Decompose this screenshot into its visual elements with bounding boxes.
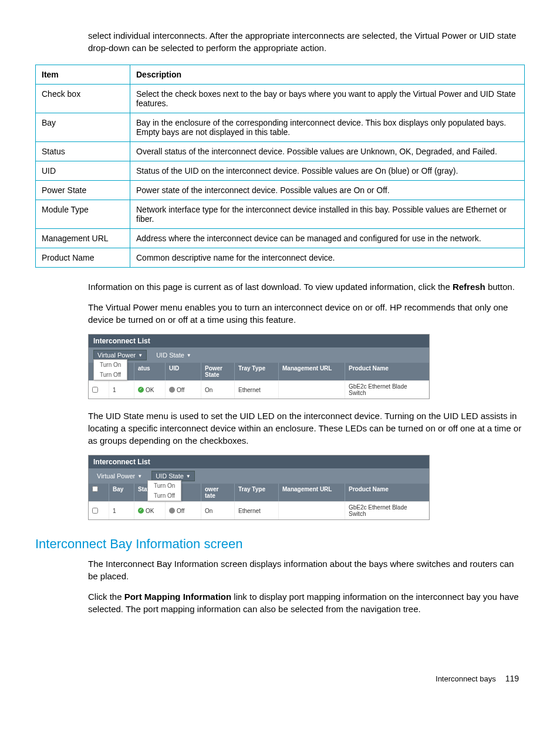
text: Click the <box>88 592 124 602</box>
footer: Interconnect bays 119 <box>35 674 525 683</box>
page-number: 119 <box>505 674 519 683</box>
th-description: Description <box>130 65 525 85</box>
row-tray: Ethernet <box>235 381 279 399</box>
row-prod: GbE2c Ethernet Blade Switch <box>345 502 429 519</box>
cell-item: Product Name <box>36 248 130 268</box>
th-item: Item <box>36 65 130 85</box>
cell-description: Network interface type for the interconn… <box>130 200 525 229</box>
virtual-power-dropdown: Turn On Turn Off <box>93 359 127 380</box>
label: UID State <box>156 352 184 359</box>
grid-header: atus UID Power State Tray Type Managemen… <box>89 363 429 380</box>
col-status: atus <box>134 363 166 380</box>
row-checkbox[interactable] <box>89 502 109 519</box>
text: button. <box>485 282 515 292</box>
uid-state-paragraph: The UID State menu is used to set the UI… <box>35 410 525 447</box>
cell-description: Bay in the enclosure of the correspondin… <box>130 113 525 142</box>
chevron-down-icon: ▼ <box>137 474 142 479</box>
row-status: OK <box>134 381 166 399</box>
refresh-bold: Refresh <box>453 282 485 292</box>
cell-item: Module Type <box>36 200 130 229</box>
virtual-power-paragraph: The Virtual Power menu enables you to tu… <box>35 301 525 326</box>
col-tray: Tray Type <box>235 484 279 501</box>
text: Information on this page is current as o… <box>88 282 453 292</box>
ok-icon <box>138 508 144 514</box>
row-tray: Ethernet <box>235 502 279 519</box>
col-check[interactable] <box>89 484 109 501</box>
row-checkbox[interactable] <box>89 381 109 399</box>
row-status: OK <box>134 502 166 519</box>
col-bay: Bay <box>109 484 134 501</box>
virtual-power-menu[interactable]: Virtual Power ▼ <box>93 471 146 481</box>
uid-off-icon <box>169 387 175 393</box>
menu-bar: Virtual Power ▼ UID State ▼ <box>89 347 429 363</box>
turn-on-item[interactable]: Turn On <box>94 360 127 370</box>
footer-label: Interconnect bays <box>436 674 496 683</box>
row-mgmt <box>279 502 345 519</box>
chevron-down-icon: ▼ <box>138 353 143 358</box>
row-power: On <box>201 502 235 519</box>
panel-title: Interconnect List <box>89 335 429 347</box>
pmi-paragraph: Click the Port Mapping Information link … <box>35 590 525 615</box>
section-heading: Interconnect Bay Information screen <box>35 536 525 552</box>
grid-header: Bay Status owertate Tray Type Management… <box>89 484 429 501</box>
table-row: 1 OK Off On Ethernet GbE2c Ethernet Blad… <box>89 501 429 519</box>
menu-bar: Virtual Power ▼ UID State ▼ <box>89 468 429 484</box>
panel-title: Interconnect List <box>89 455 429 468</box>
pmi-bold: Port Mapping Information <box>124 592 231 602</box>
cell-item: Check box <box>36 85 130 113</box>
table-row: Power StatePower state of the interconne… <box>36 181 525 200</box>
cell-description: Address where the interconnect device ca… <box>130 229 525 248</box>
cell-description: Common descriptive name for the intercon… <box>130 248 525 268</box>
col-power: Power State <box>201 363 235 380</box>
col-prod: Product Name <box>345 484 429 501</box>
col-power-frag: owertate <box>201 484 235 501</box>
turn-on-item[interactable]: Turn On <box>148 481 181 491</box>
label: Virtual Power <box>97 472 135 480</box>
row-prod: GbE2c Ethernet Blade Switch <box>345 381 429 399</box>
col-prod: Product Name <box>345 363 429 380</box>
col-mgmt: Management URL <box>279 363 345 380</box>
uid-off-icon <box>169 508 175 514</box>
row-uid: Off <box>166 502 201 519</box>
row-power: On <box>201 381 235 399</box>
col-tray: Tray Type <box>235 363 279 380</box>
interconnect-panel-uid: Interconnect List Virtual Power ▼ UID St… <box>88 455 430 520</box>
cell-description: Overall status of the interconnect devic… <box>130 142 525 161</box>
cell-item: Status <box>36 142 130 161</box>
col-mgmt: Management URL <box>279 484 345 501</box>
bay-info-paragraph: The Interconnect Bay Information screen … <box>35 558 525 582</box>
row-bay[interactable]: 1 <box>109 502 134 519</box>
table-row: Management URLAddress where the intercon… <box>36 229 525 248</box>
table-row: 1 OK Off On Ethernet GbE2c Ethernet Blad… <box>89 380 429 399</box>
cell-item: UID <box>36 161 130 181</box>
table-row: UIDStatus of the UID on the interconnect… <box>36 161 525 181</box>
row-uid: Off <box>166 381 201 399</box>
row-mgmt <box>279 381 345 399</box>
cell-description: Status of the UID on the interconnect de… <box>130 161 525 181</box>
interconnect-panel-vp: Interconnect List Virtual Power ▼ UID St… <box>88 334 430 399</box>
item-description-table: Item Description Check boxSelect the che… <box>35 65 525 268</box>
chevron-down-icon: ▼ <box>187 353 191 358</box>
cell-item: Bay <box>36 113 130 142</box>
cell-item: Management URL <box>36 229 130 248</box>
uid-state-menu[interactable]: UID State ▼ <box>153 350 195 360</box>
label: UID State <box>156 472 184 480</box>
turn-off-item[interactable]: Turn Off <box>148 491 181 501</box>
cell-item: Power State <box>36 181 130 200</box>
cell-description: Select the check boxes next to the bay o… <box>130 85 525 113</box>
chevron-down-icon: ▼ <box>186 474 191 479</box>
label: Virtual Power <box>97 352 136 359</box>
table-row: Module TypeNetwork interface type for th… <box>36 200 525 229</box>
table-row: BayBay in the enclosure of the correspon… <box>36 113 525 142</box>
ok-icon <box>138 387 144 393</box>
table-row: StatusOverall status of the interconnect… <box>36 142 525 161</box>
turn-off-item[interactable]: Turn Off <box>94 370 127 380</box>
table-row: Check boxSelect the check boxes next to … <box>36 85 525 113</box>
cell-description: Power state of the interconnect device. … <box>130 181 525 200</box>
col-uid: UID <box>166 363 201 380</box>
refresh-paragraph: Information on this page is current as o… <box>35 281 525 293</box>
table-row: Product NameCommon descriptive name for … <box>36 248 525 268</box>
row-bay[interactable]: 1 <box>109 381 134 399</box>
uid-state-dropdown: Turn On Turn Off <box>147 480 181 501</box>
intro-paragraph: select individual interconnects. After t… <box>35 29 525 54</box>
